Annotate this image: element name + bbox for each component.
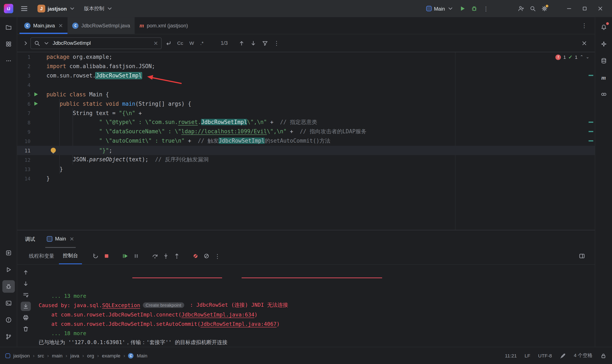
run-gutter-icon[interactable] [34,92,38,96]
layout-settings-button[interactable] [577,251,587,261]
dependencies-button[interactable] [597,88,610,101]
create-breakpoint-chip[interactable]: Create breakpoint [143,302,184,308]
run-configuration-selector[interactable]: Main [424,4,456,13]
threads-variables-tab[interactable]: 线程和变量 [25,248,58,264]
console-line[interactable]: ... 18 more [39,328,595,338]
code-line[interactable]: 11 "}"; [17,146,595,155]
encoding-widget[interactable]: UTF-8 [538,353,552,359]
step-into-button[interactable] [161,251,171,261]
expand-search-chevron-icon[interactable] [23,40,29,46]
highlighting-pen-icon[interactable] [560,352,566,359]
scroll-up-button[interactable] [21,268,31,277]
match-stripe-mark[interactable] [589,122,593,123]
resume-button[interactable] [120,251,130,261]
next-occurrence-button[interactable] [248,38,258,48]
mute-breakpoints-button[interactable] [191,251,201,261]
tab-main-java[interactable]: C Main.java ✕ [20,17,68,34]
tab-options-button[interactable]: ⋮ [579,20,589,31]
maven-button[interactable]: m [597,71,610,84]
words-toggle[interactable]: W [187,39,196,47]
code-line[interactable]: 1package org.example; [17,52,595,62]
cursor-position-widget[interactable]: 11:21 [505,353,517,359]
stack-trace-link[interactable]: JdbcRowSetImpl.java:4067 [200,321,277,327]
inspection-widget[interactable]: ! 1 ✓ 1 ⌃ ⌄ [556,54,589,60]
project-tool-button[interactable] [2,21,15,34]
code-line[interactable]: 12 JSON.parseObject(text); // 反序列化触发漏洞 [17,155,595,165]
debug-button[interactable] [469,4,479,14]
close-button[interactable] [592,2,608,15]
new-line-button[interactable] [163,38,173,48]
breadcrumb-item[interactable]: Main [137,353,147,359]
previous-problem-icon[interactable]: ⌃ [580,54,584,60]
code-line[interactable]: 10 " \"autoCommit\" : true\n" + // 触发Jdb… [17,136,595,146]
breadcrumb-item[interactable]: src [38,353,44,359]
intention-bulb-icon[interactable] [51,148,56,153]
search-more-button[interactable]: ⋮ [271,38,282,48]
console-line[interactable]: Caused by: java.sql.SQLExceptionCreate b… [39,300,595,310]
console-tab[interactable]: 控制台 [59,248,82,264]
code-line[interactable]: 4 [17,80,595,90]
code-line[interactable]: 14} [17,174,595,183]
more-tools-button[interactable] [2,54,15,67]
debug-session-tab[interactable]: Main ✕ [45,230,76,248]
code-line[interactable]: 7 String text = "{\n" + [17,108,595,117]
run-button[interactable] [458,4,468,14]
hide-breakpoints-button[interactable] [201,251,211,261]
console-line[interactable]: 已与地址为 ''127.0.0.1:63981'，传输：'套接字'' 的目标虚拟… [39,338,595,347]
code-line[interactable]: 3com.sun.rowset.JdbcRowSetImpl [17,71,595,80]
code-editor[interactable]: 1package org.example;2import com.alibaba… [17,52,595,230]
debug-tool-button[interactable] [2,280,15,293]
database-button[interactable] [597,54,610,67]
stack-trace-link[interactable]: SQLException [102,302,140,308]
indent-widget[interactable]: 4 个空格 [574,352,592,359]
run-tool-button[interactable] [2,263,15,276]
soft-wrap-button[interactable] [21,290,31,300]
project-selector[interactable]: J jastjson [34,3,79,14]
match-stripe-mark[interactable] [589,140,593,142]
search-everywhere-button[interactable] [528,4,538,14]
print-button[interactable] [21,313,31,322]
scroll-to-end-button[interactable] [21,302,31,311]
search-history-caret-icon[interactable] [43,40,50,46]
structure-tool-button[interactable] [2,38,15,50]
code-line[interactable]: 5public class Main { [17,90,595,99]
pause-button[interactable] [131,251,141,261]
next-problem-icon[interactable]: ⌄ [586,54,589,60]
search-input[interactable]: JdbcRowSetImpl ✕ [30,37,162,49]
problems-tool-button[interactable] [2,314,15,326]
stack-trace-link[interactable]: JdbcRowSetImpl.java:634 [181,311,254,317]
match-stripe-mark[interactable] [589,131,593,132]
console-line[interactable]: at com.sun.rowset.JdbcRowSetImpl.setAuto… [39,319,595,328]
tab-jdbcrowsetimpl-java[interactable]: C JdbcRowSetImpl.java [68,17,135,34]
scroll-down-button[interactable] [21,279,31,288]
run-gutter-icon[interactable] [34,102,38,105]
debug-more-button[interactable]: ⋮ [212,251,223,261]
tab-pom-xml[interactable]: m pom.xml (jastjson) [135,17,193,34]
settings-button[interactable] [539,4,550,14]
close-search-button[interactable] [579,38,589,48]
clear-console-button[interactable] [21,324,31,334]
match-stripe-mark[interactable] [589,75,593,76]
vcs-tool-button[interactable] [2,330,15,343]
step-out-button[interactable] [172,251,182,261]
clear-search-icon[interactable]: ✕ [153,40,158,46]
step-over-button[interactable] [150,251,160,261]
breadcrumb-item[interactable]: jastjson [13,353,30,359]
stop-button[interactable] [101,251,111,261]
services-tool-button[interactable] [2,247,15,259]
tab-close-icon[interactable]: ✕ [58,23,63,29]
regex-toggle[interactable]: .* [198,39,206,47]
line-separator-widget[interactable]: LF [525,353,530,359]
match-case-toggle[interactable]: Cc [175,39,186,47]
more-actions-button[interactable]: ⋮ [481,4,491,14]
console-line[interactable]: ... 13 more [39,291,595,300]
breadcrumb-item[interactable]: java [70,353,79,359]
minimize-button[interactable] [561,2,577,15]
session-tab-close-icon[interactable]: ✕ [70,235,74,242]
breadcrumb-item[interactable]: org [87,353,94,359]
main-menu-icon[interactable] [21,6,27,11]
code-line[interactable]: 13 } [17,165,595,174]
vcs-widget[interactable]: 版本控制 [81,4,116,14]
code-line[interactable]: 6 public static void main(String[] args)… [17,99,595,108]
terminal-tool-button[interactable] [2,297,15,310]
